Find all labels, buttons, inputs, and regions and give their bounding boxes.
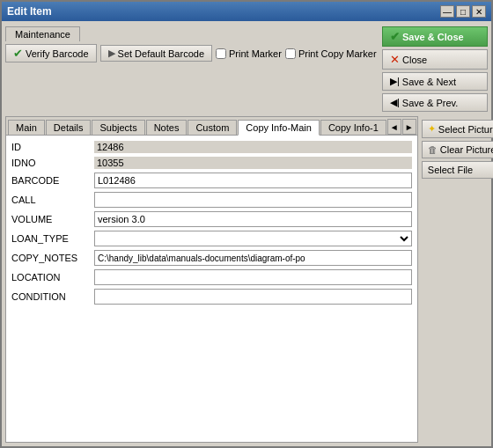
form-area: Main Details Subjects Notes Custom: [5, 116, 418, 443]
tab-copy-info-main[interactable]: Copy Info-Main: [238, 120, 320, 136]
form-row-location: LOCATION: [11, 269, 412, 285]
tab-custom[interactable]: Custom: [188, 120, 237, 135]
input-call[interactable]: [94, 192, 412, 208]
top-controls: Maintenance ✔ Verify Barcode ▶ Set Defau…: [5, 25, 488, 114]
set-default-icon: ▶: [108, 48, 115, 59]
label-condition: CONDITION: [11, 291, 91, 302]
form-row-call: CALL: [11, 192, 412, 208]
input-barcode[interactable]: [94, 173, 412, 188]
top-left: Maintenance ✔ Verify Barcode ▶ Set Defau…: [5, 26, 377, 62]
star-icon: ✦: [428, 123, 436, 135]
tab-notes[interactable]: Notes: [146, 120, 188, 135]
verify-barcode-button[interactable]: ✔ Verify Barcode: [5, 44, 97, 62]
select-file-button[interactable]: Select File: [422, 161, 493, 179]
input-condition[interactable]: [94, 289, 412, 305]
clear-picture-button[interactable]: 🗑 Clear Picture: [422, 141, 493, 158]
maximize-button[interactable]: □: [456, 5, 470, 18]
label-idno: IDNO: [11, 158, 91, 168]
form-row-condition: CONDITION: [11, 289, 412, 305]
print-copy-marker-label: Print Copy Marker: [285, 48, 377, 59]
label-loan-type: LOAN_TYPE: [11, 233, 91, 244]
form-row-volume: VOLUME: [11, 211, 412, 227]
save-next-button[interactable]: ▶| Save & Next: [382, 72, 488, 91]
input-copy-notes[interactable]: [94, 250, 412, 266]
title-bar: Edit Item — □ ✕: [2, 2, 491, 21]
print-marker-label: Print Marker: [216, 48, 282, 59]
input-volume[interactable]: [94, 211, 412, 227]
tab-nav-forward-button[interactable]: ►: [402, 119, 416, 135]
title-bar-buttons: — □ ✕: [440, 5, 486, 18]
main-panel: Main Details Subjects Notes Custom: [5, 116, 488, 443]
checkmark-icon: ✔: [13, 47, 23, 60]
top-right: ✔ Save & Close ✕ Close ▶| Save & Next ◀|…: [382, 26, 488, 112]
save-close-checkmark-icon: ✔: [390, 30, 400, 43]
maintenance-tab[interactable]: Maintenance: [5, 26, 80, 41]
label-id: ID: [11, 142, 91, 152]
value-id: 12486: [94, 141, 412, 153]
save-prev-icon: ◀|: [390, 97, 400, 108]
form-content: ID 12486 IDNO 10355 BARCODE: [6, 136, 417, 442]
tab-nav-back-button[interactable]: ◄: [387, 119, 401, 135]
side-buttons: ✦ Select Picture 🗑 Clear Picture Select …: [422, 116, 493, 443]
window-content: Maintenance ✔ Verify Barcode ▶ Set Defau…: [2, 21, 491, 446]
value-idno: 10355: [94, 157, 412, 169]
label-volume: VOLUME: [11, 214, 91, 224]
window-close-button[interactable]: ✕: [472, 5, 486, 18]
label-location: LOCATION: [11, 272, 91, 283]
tabs-row: Main Details Subjects Notes Custom: [6, 117, 417, 136]
window-title: Edit Item: [7, 5, 52, 18]
tab-subjects[interactable]: Subjects: [92, 120, 144, 135]
form-row-idno: IDNO 10355: [11, 157, 412, 169]
form-row-id: ID 12486: [11, 141, 412, 153]
close-x-icon: ✕: [390, 53, 400, 66]
form-row-copy-notes: COPY_NOTES: [11, 250, 412, 266]
toolbar-buttons-row: ✔ Verify Barcode ▶ Set Default Barcode P…: [5, 44, 377, 62]
set-default-barcode-button[interactable]: ▶ Set Default Barcode: [100, 45, 212, 62]
save-next-icon: ▶|: [390, 76, 400, 87]
tab-main[interactable]: Main: [8, 120, 45, 135]
form-row-barcode: BARCODE: [11, 173, 412, 188]
select-loan-type[interactable]: [94, 231, 412, 246]
main-window: Edit Item — □ ✕ Maintenance: [0, 0, 493, 448]
print-copy-marker-checkbox[interactable]: [285, 48, 296, 59]
tab-copy-info-1[interactable]: Copy Info-1: [320, 120, 386, 135]
form-row-loan-type: LOAN_TYPE: [11, 231, 412, 246]
print-marker-checkbox[interactable]: [216, 48, 226, 59]
label-call: CALL: [11, 195, 91, 205]
save-close-button[interactable]: ✔ Save & Close: [382, 26, 488, 47]
save-prev-button[interactable]: ◀| Save & Prev.: [382, 93, 488, 112]
label-barcode: BARCODE: [11, 175, 91, 186]
tab-details[interactable]: Details: [46, 120, 92, 135]
input-location[interactable]: [94, 269, 412, 285]
layout-wrapper: Maintenance ✔ Verify Barcode ▶ Set Defau…: [5, 25, 488, 443]
minimize-button[interactable]: —: [440, 5, 454, 18]
trash-icon: 🗑: [428, 144, 438, 155]
close-button[interactable]: ✕ Close: [382, 49, 488, 70]
select-picture-button[interactable]: ✦ Select Picture: [422, 120, 493, 138]
label-copy-notes: COPY_NOTES: [11, 253, 91, 263]
